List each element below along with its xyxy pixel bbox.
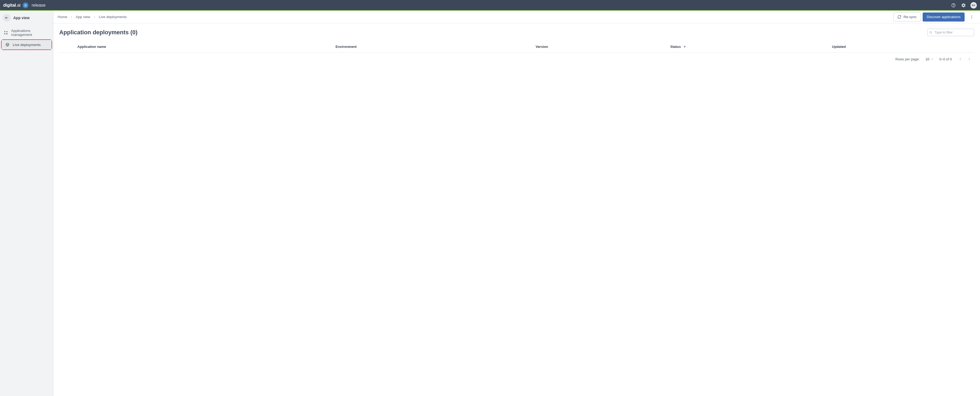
filter-input[interactable] — [928, 29, 974, 36]
sidebar-item-label: Applications management — [11, 29, 49, 37]
sidebar-item-label: Live deployments — [13, 43, 41, 47]
table-header-checkbox — [59, 41, 75, 53]
sidebar-header: App view — [0, 11, 53, 25]
chevron-right-icon — [967, 57, 972, 61]
discover-label: Discover applications — [927, 15, 961, 19]
sidebar: App view Applications management Live de… — [0, 11, 53, 396]
sidebar-nav: Applications management Live deployments — [0, 25, 53, 51]
resync-button[interactable]: Re-sync — [893, 13, 921, 22]
table-header-environment[interactable]: Environment — [333, 41, 533, 53]
back-button[interactable] — [3, 14, 11, 22]
deployments-table: Application name Environment Version Sta… — [59, 41, 974, 53]
svg-point-7 — [972, 16, 972, 17]
sidebar-title: App view — [13, 16, 30, 20]
avatar-initials: RA — [972, 4, 975, 6]
user-avatar[interactable]: RA — [970, 2, 977, 8]
settings-gear-icon[interactable] — [960, 2, 967, 8]
svg-rect-5 — [6, 34, 8, 34]
sync-icon — [897, 15, 901, 19]
content-header: Application deployments (0) — [59, 29, 974, 36]
brand-name-b: .ai — [16, 3, 21, 8]
brand-name-a: digital — [3, 3, 16, 8]
pager-buttons — [958, 56, 972, 62]
svg-point-8 — [972, 18, 972, 18]
breadcrumb-app-view[interactable]: App view — [76, 15, 90, 19]
search-icon — [929, 31, 932, 34]
sort-asc-icon — [683, 45, 686, 49]
table-header-status[interactable]: Status — [668, 41, 829, 53]
subheader: Home App view Live deployments Re-sync D… — [53, 11, 980, 23]
help-icon[interactable] — [950, 2, 957, 8]
filter-input-wrap — [928, 29, 974, 36]
svg-point-3 — [5, 31, 5, 32]
top-bar: digital.ai release RA — [0, 0, 980, 11]
discover-applications-button[interactable]: Discover applications — [923, 13, 964, 22]
table-header-row: Application name Environment Version Sta… — [59, 41, 974, 53]
resync-label: Re-sync — [904, 15, 917, 19]
rows-per-page-select[interactable]: 10 — [926, 57, 934, 61]
pagination-range: 0–0 of 0 — [939, 57, 952, 61]
main-area: Home App view Live deployments Re-sync D… — [53, 11, 980, 396]
svg-point-2 — [953, 6, 954, 6]
chevron-right-icon — [93, 16, 96, 19]
cube-icon — [5, 43, 10, 47]
rows-per-page-value: 10 — [926, 57, 929, 61]
svg-point-6 — [972, 16, 972, 16]
chevron-left-icon — [958, 57, 963, 61]
breadcrumb: Home App view Live deployments — [58, 15, 127, 19]
topbar-actions: RA — [950, 2, 977, 8]
prev-page-button[interactable] — [958, 56, 963, 62]
sidebar-item-live-deployments[interactable]: Live deployments — [2, 40, 51, 50]
table-header-updated[interactable]: Updated — [829, 41, 974, 53]
page-title: Application deployments (0) — [59, 29, 138, 36]
caret-down-icon — [931, 58, 934, 61]
svg-point-9 — [930, 31, 932, 33]
product-logo-icon — [22, 2, 29, 8]
table-header-version[interactable]: Version — [533, 41, 668, 53]
table-header-application-name[interactable]: Application name — [75, 41, 333, 53]
more-actions-button[interactable] — [968, 13, 976, 21]
content: Application deployments (0) Application … — [53, 23, 980, 71]
breadcrumb-current: Live deployments — [99, 15, 127, 19]
brand-name: digital.ai — [3, 3, 21, 8]
table-footer: Rows per page: 10 0–0 of 0 — [59, 53, 974, 65]
brand-block: digital.ai release — [3, 2, 46, 8]
product-name: release — [32, 3, 45, 8]
annotation-highlight: Live deployments — [1, 39, 52, 50]
rows-per-page-label: Rows per page: — [895, 57, 920, 61]
apps-icon — [4, 30, 8, 35]
svg-point-4 — [6, 31, 8, 32]
sidebar-item-applications-management[interactable]: Applications management — [0, 26, 53, 39]
chevron-right-icon — [70, 16, 73, 19]
kebab-icon — [970, 15, 974, 19]
svg-point-0 — [25, 5, 26, 6]
next-page-button[interactable] — [967, 56, 972, 62]
breadcrumb-home[interactable]: Home — [58, 15, 67, 19]
